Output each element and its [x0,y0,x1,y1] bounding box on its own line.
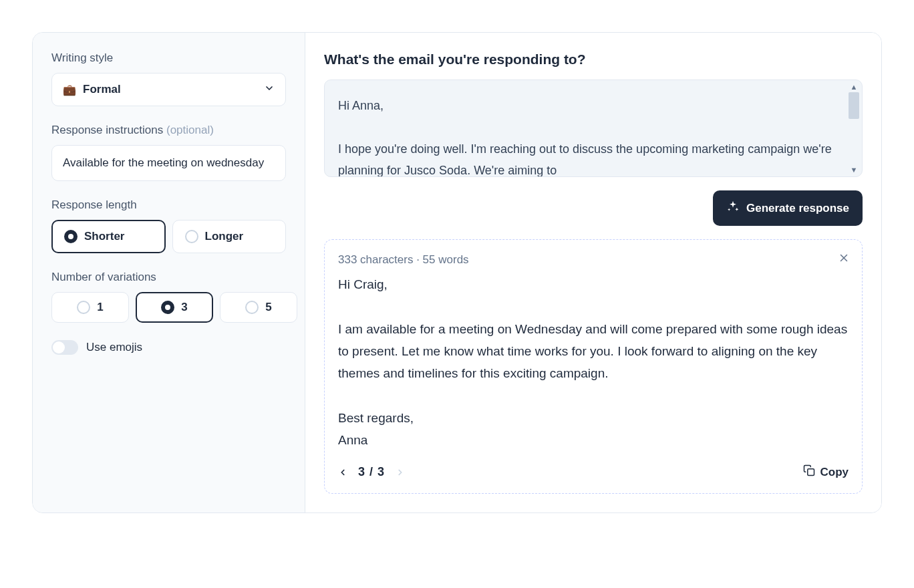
variation-3[interactable]: 3 [136,292,213,323]
email-responder-panel: Writing style 💼 Formal Response instruct… [32,32,882,513]
length-longer[interactable]: Longer [172,220,287,253]
chevron-down-icon [264,83,275,96]
length-options: Shorter Longer [51,220,286,253]
scroll-thumb[interactable] [849,92,859,119]
writing-style-value: Formal [83,83,121,96]
pager: 3 / 3 [338,465,405,479]
radio-filled-icon [64,230,78,243]
radio-filled-icon [161,301,174,314]
writing-style-select[interactable]: 💼 Formal [51,73,286,106]
writing-style-label: Writing style [51,51,286,65]
instructions-section: Response instructions (optional) [51,124,286,181]
emojis-label: Use emojis [86,341,142,354]
svg-rect-2 [807,469,814,476]
pager-text: 3 / 3 [358,465,385,479]
variations-options: 1 3 5 [51,292,286,323]
output-body: Hi Craig, I am available for a meeting o… [338,273,849,451]
toggle-knob-icon [53,341,65,353]
main-heading: What's the email you're responding to? [324,51,863,67]
variation-5[interactable]: 5 [220,292,297,323]
copy-label: Copy [820,466,849,479]
email-input[interactable]: Hi Anna, I hope you're doing well. I'm r… [324,80,863,177]
variation-1[interactable]: 1 [51,292,129,323]
length-section: Response length Shorter Longer [51,198,286,253]
action-row: Generate response [324,190,863,226]
generate-label: Generate response [746,202,849,215]
close-icon[interactable] [838,252,850,264]
output-footer: 3 / 3 Copy [338,462,849,480]
briefcase-icon: 💼 [63,84,76,96]
pager-next[interactable] [396,468,405,477]
generate-button[interactable]: Generate response [713,190,863,226]
emojis-section: Use emojis [51,340,286,355]
radio-empty-icon [185,230,198,243]
variations-section: Number of variations 1 3 5 [51,271,286,323]
length-shorter[interactable]: Shorter [51,220,166,253]
email-input-content: Hi Anna, I hope you're doing well. I'm r… [338,95,838,177]
radio-empty-icon [245,301,259,314]
output-meta: 333 characters · 55 words [338,253,849,267]
sparkle-icon [726,200,740,216]
emojis-toggle[interactable] [51,340,78,355]
main-content: What's the email you're responding to? H… [305,33,881,512]
instructions-input[interactable] [51,145,286,181]
radio-empty-icon [77,301,90,314]
scroll-down-icon[interactable]: ▼ [849,164,859,175]
sidebar: Writing style 💼 Formal Response instruct… [33,33,305,512]
copy-button[interactable]: Copy [803,464,849,480]
variations-label: Number of variations [51,271,286,284]
scroll-up-icon[interactable]: ▲ [849,82,859,92]
copy-icon [803,464,815,480]
pager-prev[interactable] [338,468,347,477]
instructions-label: Response instructions (optional) [51,124,286,137]
output-card: 333 characters · 55 words Hi Craig, I am… [324,239,863,494]
writing-style-section: Writing style 💼 Formal [51,51,286,106]
length-label: Response length [51,198,286,212]
